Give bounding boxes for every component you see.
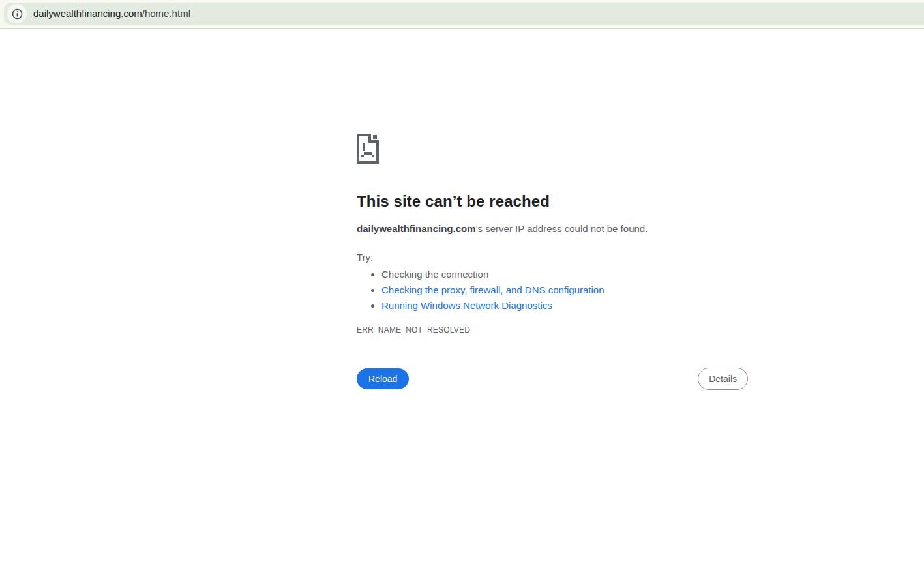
sad-file-icon <box>357 134 748 164</box>
address-bar[interactable]: dailywealthfinancing.com/home.html <box>4 3 924 25</box>
suggestion-link-network-diagnostics[interactable]: Running Windows Network Diagnostics <box>381 300 552 311</box>
url-path: /home.html <box>142 8 190 19</box>
error-code: ERR_NAME_NOT_RESOLVED <box>357 325 748 334</box>
url-domain: dailywealthfinancing.com <box>33 8 142 19</box>
list-item: Checking the connection <box>381 267 748 282</box>
suggestion-link-proxy-dns[interactable]: Checking the proxy, firewall, and DNS co… <box>381 284 604 295</box>
error-subtitle: dailywealthfinancing.com’s server IP add… <box>357 222 748 235</box>
suggestion-text: Checking the connection <box>381 269 488 280</box>
list-item: Running Windows Network Diagnostics <box>381 298 748 314</box>
list-item: Checking the proxy, firewall, and DNS co… <box>381 282 748 298</box>
details-button[interactable]: Details <box>698 368 748 390</box>
browser-toolbar: dailywealthfinancing.com/home.html <box>0 0 924 29</box>
button-row: Reload Details <box>357 368 748 390</box>
reload-button[interactable]: Reload <box>357 368 409 389</box>
url-text: dailywealthfinancing.com/home.html <box>33 3 190 25</box>
error-subtitle-rest: ’s server IP address could not be found. <box>476 223 648 234</box>
suggestion-list: Checking the connection Checking the pro… <box>357 267 748 314</box>
error-page-content: This site can’t be reached dailywealthfi… <box>357 134 748 390</box>
error-subtitle-domain: dailywealthfinancing.com <box>357 223 476 234</box>
info-icon <box>12 8 23 20</box>
page-title: This site can’t be reached <box>357 192 748 211</box>
site-info-button[interactable] <box>7 4 27 23</box>
try-label: Try: <box>357 251 748 264</box>
